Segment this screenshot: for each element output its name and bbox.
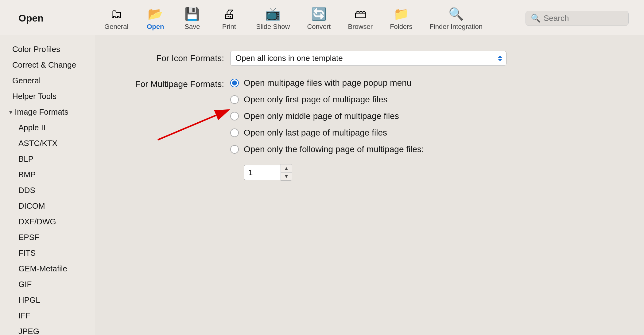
sidebar-item-apple-ii[interactable]: Apple II bbox=[0, 120, 95, 136]
radio-label-radio-popup: Open multipage files with page popup men… bbox=[244, 78, 411, 88]
radio-label-radio-last: Open only last page of multipage files bbox=[244, 128, 387, 138]
sidebar-item-blp[interactable]: BLP bbox=[0, 151, 95, 167]
toolbar-label-browser: Browser bbox=[348, 23, 373, 31]
toolbar-item-print[interactable]: 🖨 Print bbox=[211, 4, 247, 32]
sidebar-item-fits[interactable]: FITS bbox=[0, 245, 95, 261]
sidebar: Color ProfilesCorrect & ChangeGeneralHel… bbox=[0, 35, 95, 335]
radio-circle-radio-following bbox=[230, 145, 239, 154]
finder-integration-icon: 🔍 bbox=[446, 6, 466, 22]
radio-item-radio-last[interactable]: Open only last page of multipage files bbox=[230, 128, 424, 138]
icon-formats-label: For Icon Formats: bbox=[120, 53, 230, 63]
toolbar-label-print: Print bbox=[222, 23, 236, 31]
toolbar-item-slideshow[interactable]: 📺 Slide Show bbox=[247, 4, 298, 32]
toolbar-item-general[interactable]: 🗂 General bbox=[96, 4, 137, 32]
radio-item-radio-following[interactable]: Open only the following page of multipag… bbox=[230, 144, 424, 154]
toolbar-label-convert: Convert bbox=[307, 23, 331, 31]
search-input[interactable] bbox=[544, 14, 623, 23]
toolbar-label-finder-integration: Finder Integration bbox=[430, 23, 483, 31]
browser-icon: 🗃 bbox=[351, 6, 370, 22]
page-number-input-wrap: ▲ ▼ bbox=[244, 164, 424, 181]
radio-item-radio-middle[interactable]: Open only middle page of multipage files bbox=[230, 111, 424, 121]
title-bar: Open 🗂 General 📂 Open 💾 Save 🖨 Print 📺 S… bbox=[0, 0, 644, 35]
sidebar-item-iff[interactable]: IFF bbox=[0, 308, 95, 324]
multipage-formats-row: For Multipage Formats: Open multipage fi… bbox=[120, 78, 619, 181]
radio-group: Open multipage files with page popup men… bbox=[230, 78, 424, 181]
folders-icon: 📁 bbox=[391, 6, 411, 22]
sidebar-item-epsf[interactable]: EPSF bbox=[0, 230, 95, 245]
toolbar-label-folders: Folders bbox=[390, 23, 412, 31]
sidebar-item-helper-tools[interactable]: Helper Tools bbox=[0, 89, 95, 104]
sidebar-item-color-profiles[interactable]: Color Profiles bbox=[0, 41, 95, 57]
sidebar-item-dds[interactable]: DDS bbox=[0, 183, 95, 198]
stepper-down-button[interactable]: ▼ bbox=[281, 173, 292, 181]
sidebar-item-bmp[interactable]: BMP bbox=[0, 167, 95, 183]
radio-circle-radio-last bbox=[230, 128, 239, 137]
window-title: Open bbox=[0, 13, 61, 24]
radio-circle-radio-first bbox=[230, 95, 239, 104]
open-icon: 📂 bbox=[145, 6, 165, 22]
sidebar-item-gem-metafile[interactable]: GEM-Metafile bbox=[0, 261, 95, 277]
toolbar-label-general: General bbox=[104, 23, 128, 31]
radio-label-radio-first: Open only first page of multipage files bbox=[244, 95, 387, 104]
sidebar-item-jpeg[interactable]: JPEG bbox=[0, 324, 95, 335]
toolbar-item-folders[interactable]: 📁 Folders bbox=[381, 4, 421, 32]
toolbar-item-browser[interactable]: 🗃 Browser bbox=[339, 4, 381, 32]
sidebar-section-label: Image Formats bbox=[15, 107, 68, 117]
toolbar-item-finder-integration[interactable]: 🔍 Finder Integration bbox=[421, 4, 491, 32]
convert-icon: 🔄 bbox=[309, 6, 329, 22]
toolbar-item-open[interactable]: 📂 Open bbox=[137, 4, 174, 32]
general-icon: 🗂 bbox=[107, 6, 126, 22]
icon-formats-dropdown[interactable]: Open all icons in one template bbox=[230, 51, 506, 66]
search-box[interactable]: 🔍 bbox=[526, 11, 629, 26]
page-number-input[interactable] bbox=[244, 165, 281, 180]
radio-label-radio-following: Open only the following page of multipag… bbox=[244, 144, 424, 154]
chevron-down-icon: ▾ bbox=[9, 108, 12, 116]
search-icon: 🔍 bbox=[531, 14, 541, 23]
main-content: Color ProfilesCorrect & ChangeGeneralHel… bbox=[0, 35, 644, 335]
stepper-up-button[interactable]: ▲ bbox=[281, 164, 292, 173]
toolbar: 🗂 General 📂 Open 💾 Save 🖨 Print 📺 Slide … bbox=[61, 4, 526, 32]
sidebar-item-astc-ktx[interactable]: ASTC/KTX bbox=[0, 136, 95, 151]
sidebar-item-dxf-dwg[interactable]: DXF/DWG bbox=[0, 214, 95, 230]
radio-circle-radio-popup bbox=[230, 79, 239, 87]
icon-formats-row: For Icon Formats: Open all icons in one … bbox=[120, 51, 619, 66]
dropdown-arrow-icon bbox=[498, 56, 502, 61]
toolbar-label-open: Open bbox=[147, 23, 164, 31]
sidebar-item-dicom[interactable]: DICOM bbox=[0, 198, 95, 214]
radio-item-radio-popup[interactable]: Open multipage files with page popup men… bbox=[230, 78, 424, 88]
radio-label-radio-middle: Open only middle page of multipage files bbox=[244, 111, 399, 121]
toolbar-item-save[interactable]: 💾 Save bbox=[174, 4, 211, 32]
multipage-formats-label: For Multipage Formats: bbox=[120, 78, 230, 89]
radio-circle-radio-middle bbox=[230, 112, 239, 120]
sidebar-item-correct-change[interactable]: Correct & Change bbox=[0, 57, 95, 73]
sidebar-section-image-formats[interactable]: ▾Image Formats bbox=[0, 104, 95, 120]
sidebar-item-gif[interactable]: GIF bbox=[0, 277, 95, 292]
print-icon: 🖨 bbox=[219, 6, 239, 22]
save-icon: 💾 bbox=[182, 6, 202, 22]
toolbar-item-convert[interactable]: 🔄 Convert bbox=[298, 4, 339, 32]
toolbar-label-slideshow: Slide Show bbox=[256, 23, 290, 31]
radio-item-radio-first[interactable]: Open only first page of multipage files bbox=[230, 95, 424, 104]
search-area: 🔍 bbox=[526, 11, 644, 26]
icon-formats-value: Open all icons in one template bbox=[235, 53, 343, 63]
arrow-up-icon bbox=[498, 56, 502, 58]
toolbar-label-save: Save bbox=[184, 23, 200, 31]
page-number-stepper: ▲ ▼ bbox=[281, 164, 292, 181]
slideshow-icon: 📺 bbox=[263, 6, 283, 22]
arrow-down-icon bbox=[498, 59, 502, 61]
sidebar-item-general[interactable]: General bbox=[0, 73, 95, 89]
content-panel: For Icon Formats: Open all icons in one … bbox=[95, 35, 644, 335]
sidebar-item-hpgl[interactable]: HPGL bbox=[0, 292, 95, 308]
